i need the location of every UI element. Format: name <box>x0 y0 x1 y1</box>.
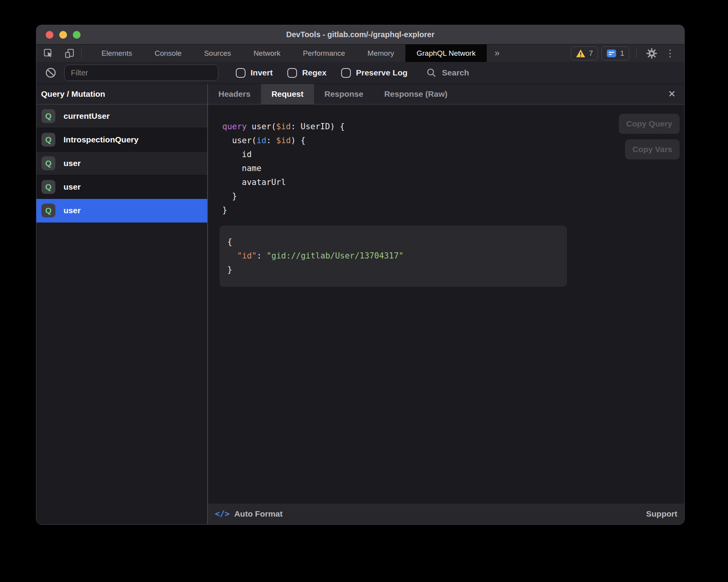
query-type-badge: Q <box>41 133 55 147</box>
issues-count: 1 <box>620 49 624 58</box>
warnings-badge[interactable]: 7 <box>571 46 598 60</box>
query-code-line: name <box>222 161 684 175</box>
panel-tab-elements[interactable]: Elements <box>90 45 143 62</box>
query-code-line: } <box>222 203 684 217</box>
query-code-line: query user($id: UserID) { <box>222 120 684 134</box>
query-name: currentUser <box>64 111 110 121</box>
issues-badge[interactable]: 1 <box>601 46 629 60</box>
window-title: DevTools - gitlab.com/-/graphql-explorer <box>36 30 684 39</box>
main-content: Query / Mutation QcurrentUserQIntrospect… <box>36 84 684 524</box>
variables-code-line: { <box>227 235 556 249</box>
query-list-item-introspectionquery-1[interactable]: QIntrospectionQuery <box>36 128 207 152</box>
request-view: query user($id: UserID) { user(id: $id) … <box>208 104 684 503</box>
network-filter-bar: InvertRegexPreserve Log Search <box>36 62 684 84</box>
query-code-line: } <box>222 189 684 203</box>
query-list: QcurrentUserQIntrospectionQueryQuserQuse… <box>36 104 207 223</box>
devtools-panel-tabs: ElementsConsoleSourcesNetworkPerformance… <box>90 45 487 62</box>
checkbox-box[interactable] <box>236 68 246 78</box>
search-icon <box>426 67 437 78</box>
panel-tab-console[interactable]: Console <box>143 45 193 62</box>
more-panels-button[interactable]: » <box>487 45 507 62</box>
query-name: user <box>64 159 81 168</box>
device-toolbar-button[interactable] <box>60 45 78 62</box>
search-label: Search <box>442 68 469 77</box>
device-toolbar-icon <box>64 48 74 58</box>
warning-count: 7 <box>589 49 593 58</box>
title-bar: DevTools - gitlab.com/-/graphql-explorer <box>36 25 684 45</box>
message-icon <box>606 49 616 58</box>
settings-button[interactable] <box>642 48 661 59</box>
checkbox-label: Regex <box>302 68 326 77</box>
auto-format-button[interactable]: </> Auto Format <box>215 509 283 519</box>
close-detail-button[interactable]: ✕ <box>659 84 684 104</box>
detail-tab-headers[interactable]: Headers <box>208 84 261 104</box>
graphql-variables-box: { "id": "gid://gitlab/User/13704317"} <box>220 226 567 287</box>
gear-icon <box>646 48 658 59</box>
graphql-query-code: query user($id: UserID) { user(id: $id) … <box>208 104 684 217</box>
variables-code-line: "id": "gid://gitlab/User/13704317" <box>227 249 556 263</box>
query-name: user <box>64 182 81 192</box>
variables-code-line: } <box>227 263 556 277</box>
chevron-double-right-icon: » <box>494 48 500 58</box>
query-type-badge: Q <box>41 156 55 170</box>
query-name: IntrospectionQuery <box>64 135 139 144</box>
query-list-item-user-3[interactable]: Quser <box>36 175 207 199</box>
checkbox-invert[interactable]: Invert <box>236 68 273 78</box>
clear-requests-button[interactable] <box>45 67 57 79</box>
inspect-icon <box>43 48 53 58</box>
vertical-dots-icon: ⋮ <box>665 48 675 58</box>
toolbar-right-group: 7 1 <box>567 45 684 62</box>
copy-query-button[interactable]: Copy Query <box>619 114 680 134</box>
detail-tabs: HeadersRequestResponseResponse (Raw)✕ <box>208 84 684 104</box>
panel-tab-sources[interactable]: Sources <box>193 45 242 62</box>
query-list-item-currentuser-0[interactable]: QcurrentUser <box>36 104 207 128</box>
query-code-line: avatarUrl <box>222 175 684 189</box>
detail-footer: </> Auto Format Support <box>208 503 684 524</box>
query-type-badge: Q <box>41 109 55 123</box>
toolbar-separator <box>81 48 82 58</box>
panel-tab-graphql-network[interactable]: GraphQL Network <box>405 45 487 62</box>
inspect-element-button[interactable] <box>39 45 57 62</box>
query-type-badge: Q <box>41 204 55 217</box>
close-icon: ✕ <box>668 89 676 99</box>
support-link[interactable]: Support <box>646 509 677 519</box>
query-list-panel: Query / Mutation QcurrentUserQIntrospect… <box>36 84 207 524</box>
request-detail-panel: HeadersRequestResponseResponse (Raw)✕ qu… <box>207 84 684 524</box>
auto-format-label: Auto Format <box>234 509 283 519</box>
search-button[interactable]: Search <box>426 67 469 78</box>
devtools-window: DevTools - gitlab.com/-/graphql-explorer… <box>36 25 685 525</box>
copy-buttons: Copy Query Copy Vars <box>619 114 680 159</box>
query-code-line: user(id: $id) { <box>222 134 684 147</box>
query-name: user <box>64 206 81 215</box>
detail-tab-request[interactable]: Request <box>261 84 314 104</box>
devtools-toolbar: ElementsConsoleSourcesNetworkPerformance… <box>36 45 684 62</box>
customize-devtools-button[interactable]: ⋮ <box>661 48 679 58</box>
panel-tab-network[interactable]: Network <box>242 45 292 62</box>
checkbox-box[interactable] <box>287 68 297 78</box>
warning-icon <box>576 49 585 58</box>
code-brackets-icon: </> <box>215 509 230 519</box>
checkbox-label: Preserve Log <box>356 68 407 77</box>
toolbar-separator <box>636 49 637 58</box>
detail-tab-response-raw[interactable]: Response (Raw) <box>374 84 458 104</box>
copy-vars-button[interactable]: Copy Vars <box>625 139 680 159</box>
filter-checkboxes: InvertRegexPreserve Log <box>236 68 407 78</box>
query-list-header: Query / Mutation <box>36 84 207 104</box>
checkbox-regex[interactable]: Regex <box>287 68 326 78</box>
checkbox-label: Invert <box>251 68 273 77</box>
panel-tab-performance[interactable]: Performance <box>292 45 356 62</box>
query-list-item-user-2[interactable]: Quser <box>36 152 207 175</box>
query-list-item-user-4[interactable]: Quser <box>36 199 207 223</box>
filter-input[interactable] <box>64 65 218 81</box>
checkbox-preserve-log[interactable]: Preserve Log <box>341 68 407 78</box>
block-icon <box>45 67 57 79</box>
query-code-line: id <box>222 147 684 161</box>
checkbox-box[interactable] <box>341 68 351 78</box>
detail-tab-response[interactable]: Response <box>314 84 374 104</box>
query-type-badge: Q <box>41 180 55 194</box>
panel-tab-memory[interactable]: Memory <box>356 45 405 62</box>
